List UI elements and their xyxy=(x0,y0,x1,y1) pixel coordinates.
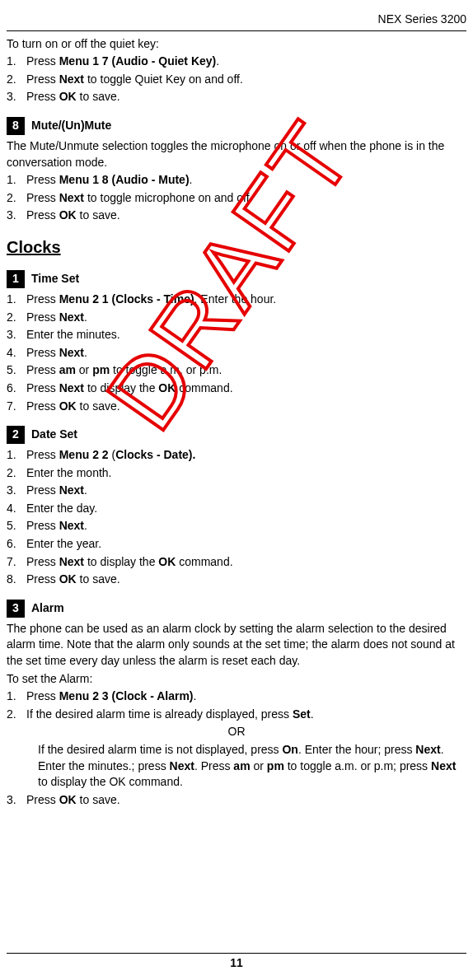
list-body: Press Menu 1 7 (Audio - Quiet Key). xyxy=(26,54,466,70)
section-3-alt: If the desired alarm time is not display… xyxy=(38,742,466,791)
list-body: Press Next. xyxy=(26,345,466,362)
section-8-number: 8 xyxy=(7,117,25,135)
list-item: 2.Press Next. xyxy=(7,310,466,326)
list-number: 5. xyxy=(7,518,26,534)
list-item: 2.Enter the month. xyxy=(7,465,466,482)
top-rule xyxy=(7,30,466,31)
list-body: Press am or pm to toggle a.m. or p.m. xyxy=(26,362,466,379)
list-item: 6.Enter the year. xyxy=(7,536,466,553)
list-number: 1. xyxy=(7,172,26,189)
list-body: Press Next to toggle Quiet Key on and of… xyxy=(26,72,466,88)
section-3-intro: The phone can be used as an alarm clock … xyxy=(7,621,466,670)
page-number: 11 xyxy=(0,955,473,972)
list-item: 2.Press Next to toggle Quiet Key on and … xyxy=(7,72,466,88)
list-number: 3. xyxy=(7,208,26,224)
list-number: 2. xyxy=(7,465,26,482)
list-number: 2. xyxy=(7,72,26,88)
section-8-title: Mute/(Un)Mute xyxy=(31,118,111,134)
list-item: 5.Press Next. xyxy=(7,518,466,534)
list-number: 3. xyxy=(7,89,26,105)
list-item: 7.Press Next to display the OK command. xyxy=(7,554,466,571)
list-number: 8. xyxy=(7,572,26,588)
list-item: 3.Press OK to save. xyxy=(7,89,466,105)
list-body: Press Menu 2 3 (Clock - Alarm). xyxy=(26,688,466,705)
list-item: 1.Press Menu 2 1 (Clocks - Time). Enter … xyxy=(7,292,466,308)
list-item: 3.Press Next. xyxy=(7,483,466,499)
section-1-title: Time Set xyxy=(31,271,79,287)
list-body: Press Menu 1 8 (Audio - Mute). xyxy=(26,172,466,189)
section-8-intro: The Mute/Unmute selection toggles the mi… xyxy=(7,138,466,170)
list-item: 2. If the desired alarm time is already … xyxy=(7,707,466,723)
list-number: 1. xyxy=(7,688,26,705)
list-body: Press Next to display the OK command. xyxy=(26,380,466,397)
list-body: Press Next to toggle microphone on and o… xyxy=(26,190,466,207)
section-3-header: 3 Alarm xyxy=(7,600,466,618)
list-number: 4. xyxy=(7,501,26,517)
list-number: 6. xyxy=(7,380,26,397)
list-body: Enter the month. xyxy=(26,465,466,482)
list-number: 2. xyxy=(7,707,26,723)
or-divider: OR xyxy=(7,724,466,740)
section-2-number: 2 xyxy=(7,426,25,444)
list-number: 7. xyxy=(7,399,26,415)
list-item: 1. Press Menu 2 3 (Clock - Alarm). xyxy=(7,688,466,705)
list-number: 3. xyxy=(7,792,26,809)
list-item: 1.Press Menu 2 2 (Clocks - Date). xyxy=(7,447,466,464)
list-body: If the desired alarm time is already dis… xyxy=(26,707,466,723)
section-8-header: 8 Mute/(Un)Mute xyxy=(7,117,466,135)
clocks-heading: Clocks xyxy=(7,236,466,259)
quiet-key-intro: To turn on or off the quiet key: xyxy=(7,36,466,53)
section-1-number: 1 xyxy=(7,270,25,288)
list-item: 2.Press Next to toggle microphone on and… xyxy=(7,190,466,207)
list-body: Press Next. xyxy=(26,483,466,499)
list-body: Enter the day. xyxy=(26,501,466,517)
list-item: 5.Press am or pm to toggle a.m. or p.m. xyxy=(7,362,466,379)
list-number: 1. xyxy=(7,54,26,70)
bottom-rule xyxy=(7,953,466,954)
list-number: 2. xyxy=(7,190,26,207)
list-number: 6. xyxy=(7,536,26,553)
section-2-header: 2 Date Set xyxy=(7,426,466,444)
list-body: Press OK to save. xyxy=(26,792,466,809)
list-body: Press OK to save. xyxy=(26,89,466,105)
list-item: 3.Press OK to save. xyxy=(7,208,466,224)
list-item: 1.Press Menu 1 8 (Audio - Mute). xyxy=(7,172,466,189)
list-number: 3. xyxy=(7,327,26,343)
running-header: NEX Series 3200 xyxy=(7,12,466,28)
section-3-lead: To set the Alarm: xyxy=(7,671,466,688)
list-body: Press Menu 2 1 (Clocks - Time). Enter th… xyxy=(26,292,466,308)
list-body: Press Next. xyxy=(26,310,466,326)
section-3-number: 3 xyxy=(7,600,25,618)
list-item: 4.Enter the day. xyxy=(7,501,466,517)
list-number: 3. xyxy=(7,483,26,499)
list-number: 2. xyxy=(7,310,26,326)
list-body: Enter the minutes. xyxy=(26,327,466,343)
list-number: 1. xyxy=(7,447,26,464)
section-3-title: Alarm xyxy=(31,600,64,617)
list-number: 5. xyxy=(7,362,26,379)
list-item: 1.Press Menu 1 7 (Audio - Quiet Key). xyxy=(7,54,466,70)
list-item: 8.Press OK to save. xyxy=(7,572,466,588)
list-body: Press Next to display the OK command. xyxy=(26,554,466,571)
list-body: Enter the year. xyxy=(26,536,466,553)
list-number: 7. xyxy=(7,554,26,571)
list-item: 3. Press OK to save. xyxy=(7,792,466,809)
list-body: Press Menu 2 2 (Clocks - Date). xyxy=(26,447,466,464)
section-1-header: 1 Time Set xyxy=(7,270,466,288)
section-2-title: Date Set xyxy=(31,427,77,443)
list-body: Press OK to save. xyxy=(26,572,466,588)
list-number: 4. xyxy=(7,345,26,362)
list-item: 3.Enter the minutes. xyxy=(7,327,466,343)
list-item: 4.Press Next. xyxy=(7,345,466,362)
list-body: Press OK to save. xyxy=(26,399,466,415)
list-number: 1. xyxy=(7,292,26,308)
list-item: 6.Press Next to display the OK command. xyxy=(7,380,466,397)
list-body: Press Next. xyxy=(26,518,466,534)
list-item: 7.Press OK to save. xyxy=(7,399,466,415)
list-body: Press OK to save. xyxy=(26,208,466,224)
